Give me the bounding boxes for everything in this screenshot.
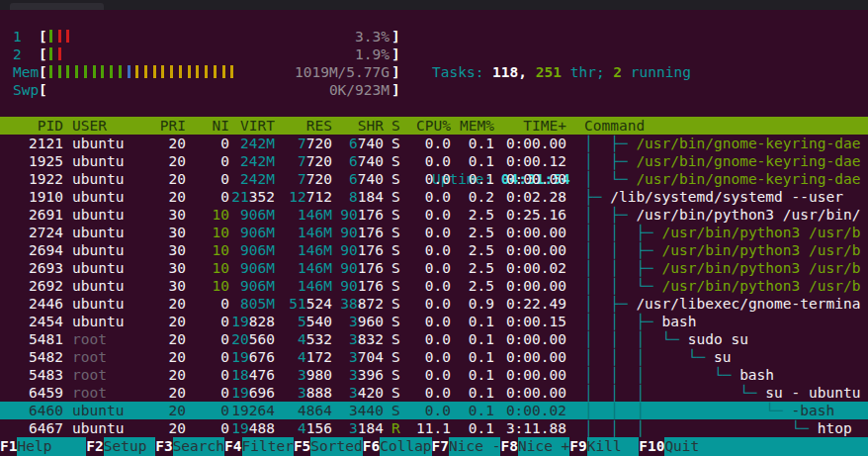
pid-cell: 2724 (0, 224, 63, 241)
process-row[interactable]: 1925 ubuntu 20 0 242M 7720 6740 S 0.0 0.… (0, 152, 868, 170)
column-header-virt[interactable]: VIRT (229, 117, 275, 135)
shr-cell: 6740 (332, 170, 384, 188)
process-row[interactable]: 2724 ubuntu 30 10 906M 146M 90176 S 0.0 … (0, 224, 868, 241)
terminal-tab[interactable] (10, 3, 104, 10)
process-row[interactable]: 1922 ubuntu 20 0 242M 7720 6740 S 0.0 0.… (0, 170, 868, 188)
meter-bar (144, 65, 147, 78)
cpu-percent-cell: 0.0 (405, 259, 451, 277)
meter-bar (110, 65, 113, 78)
column-header-shr[interactable]: SHR (332, 117, 384, 135)
virt-cell: 19828 (229, 313, 275, 330)
priority-cell: 20 (151, 313, 186, 330)
process-row[interactable]: 5482 root 20 0 19676 4172 3704 S 0.0 0.1… (0, 348, 868, 366)
meter-label: Mem (13, 63, 39, 81)
column-header-command[interactable]: Command (584, 117, 868, 135)
column-header-time[interactable]: TIME+ (494, 117, 566, 135)
meter-value: 1019M/5.77G (295, 63, 390, 81)
time-cell: 3:11.88 (494, 419, 566, 437)
function-key: F8 (500, 437, 517, 456)
command-text: -bash (792, 403, 835, 418)
priority-cell: 20 (151, 384, 186, 402)
user-cell: ubuntu (72, 295, 151, 313)
process-row[interactable]: 2454 ubuntu 20 0 19828 5540 3960 S 0.0 0… (0, 313, 868, 330)
mem-percent-cell: 0.1 (451, 135, 494, 152)
meter-bar (49, 47, 52, 60)
process-row[interactable]: 2694 ubuntu 30 10 906M 146M 90176 S 0.0 … (0, 241, 868, 259)
function-key-f1[interactable]: F1 Help (0, 437, 86, 456)
pid-cell: 2454 (0, 313, 63, 330)
column-header-mem[interactable]: MEM% (451, 117, 494, 135)
process-row[interactable]: 6459 root 20 0 19696 3888 3420 S 0.0 0.1… (0, 384, 868, 402)
priority-cell: 30 (151, 224, 186, 241)
tree-branch: │ │ │ └─ (584, 331, 688, 347)
mem-percent-cell: 0.1 (451, 402, 494, 419)
mem-percent-cell: 2.5 (451, 241, 494, 259)
column-header-res[interactable]: RES (275, 117, 332, 135)
user-cell: ubuntu (72, 419, 151, 437)
process-row[interactable]: 6467 ubuntu 20 0 19488 4156 3184 R 11.1 … (0, 419, 868, 437)
state-cell: S (391, 206, 405, 224)
process-row[interactable]: 2693 ubuntu 30 10 906M 146M 90176 S 0.0 … (0, 259, 868, 277)
htop-terminal-window: 1 [ 3.3% ] 2 [ 1.9% ] Mem [ 1019M/5.77G … (0, 0, 868, 456)
function-key-f10[interactable]: F10 Quit (639, 437, 868, 456)
function-key-f6[interactable]: F6 Collap (363, 437, 432, 456)
meter-bar-area: 1.9% (47, 46, 391, 63)
meter-bar (93, 65, 96, 78)
nice-cell: 0 (186, 152, 229, 170)
time-cell: 0:00.12 (494, 152, 566, 170)
res-cell: 7720 (275, 170, 332, 188)
function-key-f9[interactable]: F9 Kill (569, 437, 639, 456)
threads-count: 251 (536, 64, 570, 80)
function-key-label: Nice + (518, 437, 569, 456)
meter-bar (49, 30, 52, 43)
time-cell: 0:00.00 (494, 330, 566, 348)
function-key-f4[interactable]: F4 Filter (224, 437, 294, 456)
nice-cell: 0 (186, 170, 229, 188)
meter-bar (49, 65, 52, 78)
shr-cell: 90176 (332, 224, 384, 241)
function-key-f5[interactable]: F5 Sorted (294, 437, 363, 456)
function-key-bar: F1 Help F2 Setup F3 Search F4 Filter F5 … (0, 437, 868, 456)
time-cell: 0:00.15 (494, 313, 566, 330)
meter-memory: Mem [ 1019M/5.77G ] (13, 63, 400, 81)
process-row[interactable]: 6460 ubuntu 20 0 19264 4864 3440 S 0.0 0… (0, 402, 868, 419)
column-header-ni[interactable]: NI (186, 117, 229, 135)
state-cell: S (391, 152, 405, 170)
user-cell: ubuntu (72, 206, 151, 224)
state-cell: S (391, 135, 405, 152)
tree-branch: │ ├─ (584, 136, 636, 151)
process-row[interactable]: 2692 ubuntu 30 10 906M 146M 90176 S 0.0 … (0, 277, 868, 295)
column-header-user[interactable]: USER (72, 117, 151, 135)
process-row[interactable]: 2691 ubuntu 30 10 906M 146M 90176 S 0.0 … (0, 206, 868, 224)
meter-bar (214, 65, 217, 78)
column-header-pid[interactable]: PID (0, 117, 63, 135)
process-row[interactable]: 5481 root 20 0 20560 4532 3832 S 0.0 0.1… (0, 330, 868, 348)
function-key-f8[interactable]: F8 Nice + (500, 437, 569, 456)
column-header-pri[interactable]: PRI (151, 117, 186, 135)
time-cell: 0:00.00 (494, 241, 566, 259)
function-key-f2[interactable]: F2 Setup (86, 437, 155, 456)
process-row[interactable]: 1910 ubuntu 20 0 21352 12712 8184 S 0.0 … (0, 188, 868, 206)
function-key-f3[interactable]: F3 Search (155, 437, 224, 456)
res-cell: 146M (275, 241, 332, 259)
pid-cell: 1925 (0, 152, 63, 170)
time-cell: 0:00.00 (494, 277, 566, 295)
cpu-percent-cell: 0.0 (405, 366, 451, 384)
user-cell: ubuntu (72, 402, 151, 419)
command-cell: │ │ ├─ /usr/bin/python3 /usr/b (584, 259, 868, 277)
meter-label: 2 (13, 46, 39, 63)
shr-cell: 3184 (332, 419, 384, 437)
res-cell: 3980 (275, 366, 332, 384)
meter-cpu-2: 2 [ 1.9% ] (13, 46, 400, 63)
cpu-percent-cell: 0.0 (405, 188, 451, 206)
virt-cell: 242M (229, 170, 275, 188)
column-header-state[interactable]: S (391, 117, 405, 135)
process-row[interactable]: 2446 ubuntu 20 0 805M 51524 38872 S 0.0 … (0, 295, 868, 313)
process-row[interactable]: 2121 ubuntu 20 0 242M 7720 6740 S 0.0 0.… (0, 135, 868, 152)
meter-open-bracket: [ (39, 46, 47, 63)
mem-percent-cell: 0.1 (451, 152, 494, 170)
process-row[interactable]: 5483 root 20 0 18476 3980 3396 S 0.0 0.1… (0, 366, 868, 384)
meter-bar (188, 65, 191, 78)
function-key-f7[interactable]: F7 Nice - (432, 437, 501, 456)
column-header-cpu[interactable]: CPU% (405, 117, 451, 135)
